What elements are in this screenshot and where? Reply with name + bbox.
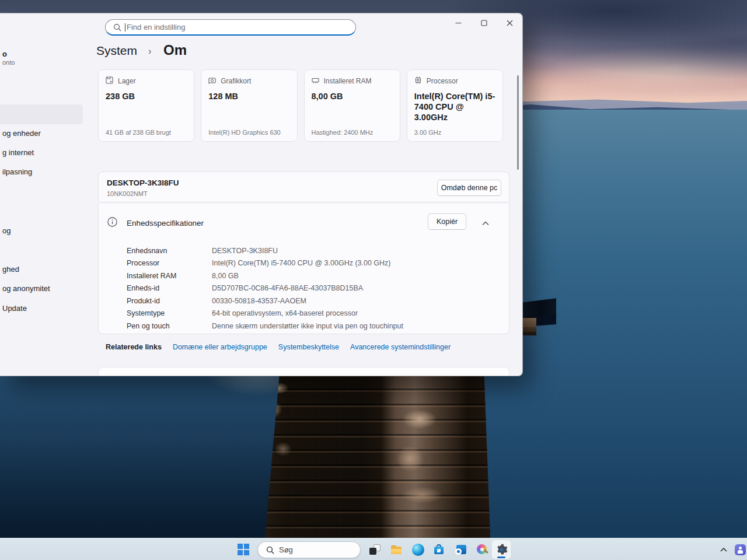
- taskbar-search-label: Søg: [279, 545, 293, 554]
- ram-card: Installeret RAM 8,00 GB Hastighed: 2400 …: [304, 69, 400, 142]
- file-explorer-button[interactable]: [387, 540, 406, 559]
- sidebar-item-system-selected[interactable]: [0, 104, 83, 124]
- edge-icon: [412, 544, 424, 556]
- cpu-card: Processor Intel(R) Core(TM) i5-7400 CPU …: [407, 69, 503, 142]
- maximize-button[interactable]: [471, 13, 497, 32]
- ram-card-label: Installeret RAM: [324, 77, 372, 85]
- ram-card-caption: Hastighed: 2400 MHz: [312, 129, 374, 136]
- sidebar-account-type: onto: [2, 59, 15, 66]
- sidebar-item-privacy[interactable]: og anonymitet: [2, 284, 50, 293]
- settings-search-box[interactable]: [105, 19, 356, 36]
- sidebar-item-bluetooth[interactable]: og enheder: [2, 129, 41, 138]
- gpu-icon: [208, 76, 216, 86]
- tray-chevron-button[interactable]: [717, 540, 731, 559]
- text-caret: [125, 23, 125, 32]
- task-view-button[interactable]: [365, 540, 384, 559]
- outlook-icon: [454, 543, 467, 556]
- storage-card-caption: 41 GB af 238 GB brugt: [106, 129, 171, 136]
- settings-window: o onto og enheder g internet ilpasning o…: [0, 13, 523, 376]
- spec-row-device-id: Enheds-id D5D707BC-0C86-4FA6-88AE-43037B…: [127, 282, 500, 295]
- gpu-card-label: Grafikkort: [221, 77, 251, 85]
- device-specifications-card: Enhedsspecifikationer Kopiér Enhedsnavn …: [98, 204, 509, 334]
- wallpaper-pier: [257, 373, 496, 538]
- sidebar-item-network[interactable]: g internet: [2, 148, 34, 157]
- wallpaper-piling: [521, 299, 558, 338]
- settings-gear-icon: [495, 544, 508, 556]
- next-section-partial-card: [98, 367, 509, 376]
- minimize-icon: [455, 20, 462, 26]
- search-icon: [266, 546, 274, 554]
- spec-row-processor: Processor Intel(R) Core(TM) i5-7400 CPU …: [127, 257, 500, 270]
- edge-button[interactable]: [409, 540, 427, 559]
- cpu-icon: [414, 76, 422, 86]
- related-links-label: Relaterede links: [106, 343, 162, 351]
- specifications-title: Enhedsspecifikationer: [127, 219, 204, 228]
- ram-card-value: 8,00 GB: [312, 91, 393, 102]
- file-explorer-icon: [390, 543, 403, 556]
- storage-icon: [106, 76, 113, 86]
- summary-cards: Lager 238 GB 41 GB af 238 GB brugt Grafi…: [98, 69, 503, 142]
- domain-workgroup-link[interactable]: Domæne eller arbejdsgruppe: [173, 343, 267, 351]
- store-icon: [432, 543, 445, 556]
- spec-row-pen-touch: Pen og touch Denne skærm understøtter ik…: [127, 320, 500, 332]
- spec-row-ram: Installeret RAM 8,00 GB: [127, 270, 500, 282]
- sidebar-item-time-language[interactable]: og: [2, 226, 11, 235]
- sidebar-account-name[interactable]: o: [2, 50, 7, 58]
- taskbar: Søg: [0, 538, 747, 560]
- outlook-button[interactable]: [451, 540, 470, 559]
- system-protection-link[interactable]: Systembeskyttelse: [278, 343, 339, 351]
- specifications-table: Enhedsnavn DESKTOP-3K3I8FU Processor Int…: [127, 244, 500, 332]
- rename-pc-button[interactable]: Omdøb denne pc: [437, 180, 501, 196]
- collapse-chevron-icon[interactable]: [482, 218, 489, 228]
- close-icon: [507, 20, 513, 26]
- search-input[interactable]: [127, 20, 348, 34]
- gpu-card-value: 128 MB: [208, 91, 289, 102]
- start-button[interactable]: [234, 540, 253, 559]
- chevron-up-icon: [720, 548, 727, 552]
- cpu-card-caption: 3.00 GHz: [414, 129, 441, 136]
- spec-row-product-id: Produkt-id 00330-50818-43537-AAOEM: [127, 295, 500, 307]
- cpu-card-label: Processor: [427, 77, 458, 85]
- breadcrumb-separator: ›: [148, 46, 151, 57]
- storage-card-value: 238 GB: [106, 91, 187, 102]
- window-controls: [445, 13, 522, 32]
- taskbar-search[interactable]: Søg: [257, 541, 361, 558]
- gpu-card: Grafikkort 128 MB Intel(R) HD Graphics 6…: [201, 69, 297, 142]
- close-button[interactable]: [497, 13, 522, 32]
- sidebar-item-accessibility[interactable]: ghed: [2, 265, 19, 274]
- storage-card: Lager 238 GB 41 GB af 238 GB brugt: [98, 69, 194, 142]
- sidebar-item-windows-update[interactable]: Update: [2, 304, 27, 313]
- device-serial: 10NK002NMT: [107, 190, 148, 197]
- device-name-card: DESKTOP-3K3I8FU 10NK002NMT Omdøb denne p…: [98, 172, 509, 202]
- copy-button[interactable]: Kopiér: [428, 214, 466, 230]
- ram-icon: [312, 76, 319, 86]
- search-icon: [113, 23, 121, 34]
- window-scrollbar[interactable]: [517, 75, 519, 170]
- info-icon: [107, 217, 117, 229]
- paint-button[interactable]: [473, 540, 491, 559]
- windows-logo-icon: [238, 544, 249, 555]
- gpu-card-caption: Intel(R) HD Graphics 630: [208, 129, 281, 136]
- related-links-row: Relaterede links Domæne eller arbejdsgru…: [98, 335, 509, 359]
- teams-tray-button[interactable]: [731, 540, 747, 559]
- spec-row-system-type: Systemtype 64-bit operativsystem, x64-ba…: [127, 307, 500, 320]
- page-title: Om: [163, 42, 187, 58]
- settings-active-indicator: [497, 556, 505, 558]
- task-view-icon: [368, 543, 381, 556]
- desktop: o onto og enheder g internet ilpasning o…: [0, 0, 747, 560]
- minimize-button[interactable]: [445, 13, 471, 32]
- storage-card-label: Lager: [118, 77, 136, 85]
- device-name: DESKTOP-3K3I8FU: [107, 178, 179, 187]
- breadcrumb-system[interactable]: System: [96, 44, 137, 58]
- paint-icon: [476, 543, 488, 556]
- store-button[interactable]: [430, 540, 448, 559]
- sidebar-item-personalization[interactable]: ilpasning: [2, 167, 32, 176]
- spec-row-device-name: Enhedsnavn DESKTOP-3K3I8FU: [127, 244, 500, 257]
- teams-icon: [735, 544, 746, 555]
- advanced-system-settings-link[interactable]: Avancerede systemindstillinger: [350, 343, 451, 351]
- maximize-icon: [481, 20, 487, 26]
- cpu-card-value: Intel(R) Core(TM) i5-7400 CPU @ 3.00GHz: [414, 91, 495, 123]
